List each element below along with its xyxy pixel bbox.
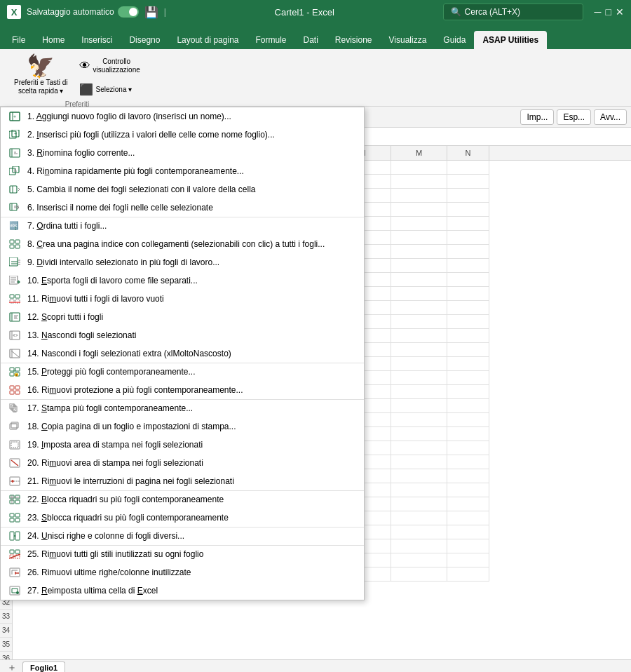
cell[interactable] — [391, 539, 447, 553]
cell[interactable] — [447, 483, 489, 497]
col-header-n[interactable]: N — [447, 146, 489, 160]
cell[interactable] — [447, 315, 489, 329]
tab-disegno[interactable]: Disegno — [121, 31, 168, 49]
cell[interactable] — [391, 399, 447, 413]
menu-item-13[interactable]: 13. Nascondi fogli selezionati — [1, 326, 364, 344]
tab-home[interactable]: Home — [34, 31, 73, 49]
cell[interactable] — [391, 525, 447, 539]
cell[interactable] — [391, 259, 447, 273]
menu-item-23[interactable]: 23. Sblocca riquadri su più fogli contem… — [1, 509, 364, 527]
cell[interactable] — [447, 343, 489, 357]
search-box[interactable]: 🔍 Cerca (ALT+X) — [443, 4, 583, 20]
imp-dropdown-btn[interactable]: Imp... — [520, 109, 554, 125]
menu-item-7[interactable]: 🔤 ↕ 7. Ordina tutti i fogli... — [1, 217, 364, 235]
cell[interactable] — [447, 399, 489, 413]
menu-item-11[interactable]: 11. Rimuovi tutti i fogli di lavoro vuot… — [1, 290, 364, 308]
menu-item-9[interactable]: 9. Dividi intervallo selezionato in più … — [1, 253, 364, 271]
cell[interactable] — [391, 217, 447, 231]
cell[interactable] — [447, 329, 489, 343]
cell[interactable] — [391, 497, 447, 511]
tab-formule[interactable]: Formule — [247, 31, 294, 49]
menu-item-14[interactable]: 14. Nascondi i fogli selezionati extra (… — [1, 344, 364, 363]
cell[interactable] — [391, 441, 447, 455]
menu-item-2[interactable]: + 2. Inserisci più fogli (utilizza i val… — [1, 126, 364, 144]
cell[interactable] — [391, 413, 447, 427]
cell[interactable] — [391, 483, 447, 497]
cell[interactable] — [391, 469, 447, 483]
avv-dropdown-btn[interactable]: Avv... — [594, 109, 627, 125]
cell[interactable] — [391, 427, 447, 441]
cell[interactable] — [391, 301, 447, 315]
tab-layout[interactable]: Layout di pagina — [168, 31, 247, 49]
cell[interactable] — [447, 441, 489, 455]
sheet-tab-foglio1[interactable]: Foglio1 — [22, 661, 65, 673]
cell[interactable] — [447, 525, 489, 539]
tab-dati[interactable]: Dati — [295, 31, 327, 49]
cell[interactable] — [447, 259, 489, 273]
cell[interactable] — [447, 273, 489, 287]
menu-item-10[interactable]: 10. Esporta fogli di lavoro come file se… — [1, 271, 364, 290]
menu-item-19[interactable]: 19. Imposta area di stampa nei fogli sel… — [1, 436, 364, 454]
menu-item-20[interactable]: 20. Rimuovi area di stampa nei fogli sel… — [1, 454, 364, 472]
cell[interactable] — [391, 357, 447, 371]
col-header-m[interactable]: M — [391, 146, 447, 160]
cell[interactable] — [447, 357, 489, 371]
preferiti-button[interactable]: 🦅 Preferiti e Tasti discelta rapida ▾ — [10, 52, 72, 98]
cell[interactable] — [391, 385, 447, 399]
cell-n1[interactable] — [447, 161, 489, 175]
close-btn[interactable]: ✕ — [616, 6, 624, 18]
cell[interactable] — [447, 301, 489, 315]
cell[interactable] — [447, 427, 489, 441]
controllo-button[interactable]: 👁 Controllovisualizzazione — [75, 55, 144, 77]
menu-item-18[interactable]: 18. Copia pagina di un foglio e impostaz… — [1, 417, 364, 436]
cell[interactable] — [447, 231, 489, 245]
menu-item-27[interactable]: 27. Reimposta ultima cella di Excel — [1, 582, 364, 600]
esp-dropdown-btn[interactable]: Esp... — [557, 109, 591, 125]
cell[interactable] — [447, 553, 489, 567]
menu-item-22[interactable]: 22. Blocca riquadri su più fogli contemp… — [1, 490, 364, 509]
menu-item-21[interactable]: 21. Rimuovi le interruzioni di pagina ne… — [1, 472, 364, 490]
seleziona-button[interactable]: ⬛ Seleziona ▾ — [75, 80, 144, 99]
cell[interactable] — [447, 385, 489, 399]
cell[interactable] — [447, 497, 489, 511]
cell[interactable] — [391, 343, 447, 357]
cell[interactable] — [391, 189, 447, 203]
cell[interactable] — [447, 539, 489, 553]
tab-inserisci[interactable]: Inserisci — [73, 31, 121, 49]
cell[interactable] — [391, 287, 447, 301]
cell[interactable] — [447, 217, 489, 231]
cell[interactable] — [447, 203, 489, 217]
cell[interactable] — [447, 175, 489, 189]
cell[interactable] — [391, 245, 447, 259]
cell[interactable] — [391, 553, 447, 567]
menu-item-3[interactable]: 3. Rinomina foglio corrente... — [1, 144, 364, 162]
cell[interactable] — [447, 469, 489, 483]
menu-item-15[interactable]: 🔒 15. Proteggi più fogli contemporaneame… — [1, 363, 364, 381]
cell[interactable] — [391, 315, 447, 329]
menu-item-25[interactable]: 25. Rimuovi tutti gli stili inutilizzati… — [1, 545, 364, 563]
tab-revisione[interactable]: Revisione — [327, 31, 381, 49]
menu-item-5[interactable]: 5. Cambia il nome dei fogli selezionati … — [1, 180, 364, 199]
cell[interactable] — [391, 511, 447, 525]
menu-item-16[interactable]: 16. Rimuovi protezione a più fogli conte… — [1, 381, 364, 399]
tab-guida[interactable]: Guida — [435, 31, 474, 49]
cell[interactable] — [391, 455, 447, 469]
menu-item-1[interactable]: + 1. Aggiungi nuovo foglio di lavoro (in… — [1, 107, 364, 126]
cell[interactable] — [391, 175, 447, 189]
autosave-toggle[interactable] — [118, 6, 139, 18]
tab-asap[interactable]: ASAP Utilities — [474, 31, 547, 49]
cell[interactable] — [447, 567, 489, 582]
menu-item-12[interactable]: 12. Scopri tutti i fogli — [1, 308, 364, 326]
cell[interactable] — [447, 413, 489, 427]
menu-item-4[interactable]: 4. Rinomina rapidamente più fogli contem… — [1, 162, 364, 180]
cell[interactable] — [447, 189, 489, 203]
cell[interactable] — [391, 329, 447, 343]
minimize-btn[interactable]: ─ — [595, 6, 602, 18]
maximize-btn[interactable]: □ — [606, 6, 611, 18]
cell[interactable] — [447, 245, 489, 259]
tab-file[interactable]: File — [4, 31, 34, 49]
cell[interactable] — [391, 203, 447, 217]
menu-item-26[interactable]: 26. Rimuovi ultime righe/colonne inutili… — [1, 563, 364, 582]
cell[interactable] — [391, 567, 447, 582]
cell[interactable] — [447, 371, 489, 385]
